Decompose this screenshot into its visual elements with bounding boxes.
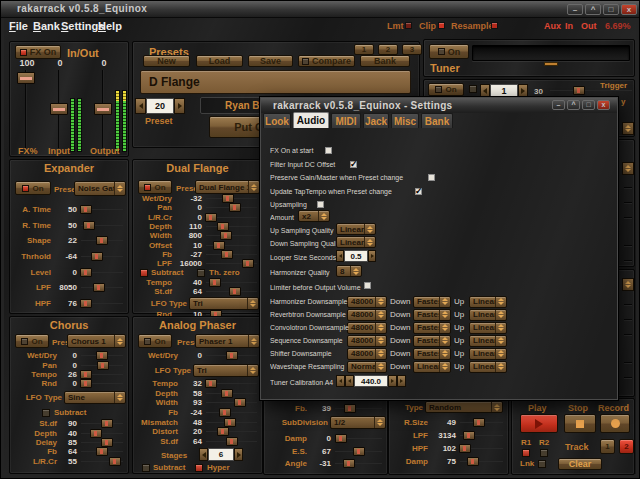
restore-button[interactable]: □ (582, 100, 595, 110)
close-button[interactable]: x (621, 4, 637, 15)
rate-dropdown[interactable]: 48000 (347, 348, 387, 360)
calibration-fast-up-button[interactable] (397, 375, 406, 387)
settings-checkbox-row[interactable]: Upsampling (270, 200, 435, 209)
param-slider[interactable] (206, 213, 257, 222)
fx-percent-slider[interactable] (17, 70, 35, 148)
rate-dropdown[interactable]: 48000 (347, 322, 387, 334)
subtract-checkbox[interactable] (140, 269, 148, 277)
param-slider[interactable] (206, 418, 257, 427)
clipped-control-fragment[interactable] (622, 162, 634, 175)
restore-button[interactable]: □ (603, 4, 619, 15)
stop-button[interactable] (564, 414, 596, 433)
tab-look[interactable]: Look (263, 113, 291, 128)
out-label[interactable]: Out (581, 21, 597, 31)
param-slider[interactable] (335, 459, 382, 468)
param-slider[interactable] (206, 194, 257, 203)
phaser-preset-dropdown[interactable]: Phaser 1 (195, 334, 260, 348)
new-button[interactable]: New (143, 55, 190, 67)
maximize-button[interactable]: ^ (567, 100, 580, 110)
up-quality-dropdown[interactable]: Linear (469, 322, 507, 334)
bank-slot-2-button[interactable]: 2 (378, 44, 398, 55)
param-slider[interactable] (460, 431, 503, 440)
param-slider[interactable] (81, 268, 123, 277)
param-slider[interactable] (206, 379, 257, 388)
lnk-checkbox[interactable] (538, 460, 546, 468)
param-slider[interactable] (81, 457, 123, 466)
down-quality-dropdown[interactable]: Linear (413, 361, 451, 373)
down-quality-dropdown[interactable]: Fastest (413, 335, 451, 347)
param-slider[interactable] (335, 404, 382, 413)
tab-misc[interactable]: Misc (391, 113, 419, 128)
calibration-up-button[interactable] (388, 375, 397, 387)
clipped-control-fragment[interactable] (622, 122, 634, 135)
tab-bank[interactable]: Bank (421, 113, 453, 128)
lfo-type-dropdown[interactable]: Tri (189, 297, 259, 310)
fx-on-button[interactable]: FX On (15, 45, 61, 59)
stages-down-button[interactable] (199, 448, 208, 461)
calibration-fast-down-button[interactable] (336, 375, 345, 387)
down-quality-dropdown[interactable]: Linear (336, 236, 376, 248)
track-2-button[interactable]: 2 (619, 439, 634, 454)
play-button[interactable] (520, 414, 558, 433)
param-slider[interactable] (81, 299, 123, 308)
param-slider[interactable] (206, 437, 257, 446)
save-button[interactable]: Save (248, 55, 293, 67)
preset-number-spinner[interactable]: 20 (135, 98, 185, 114)
expander-on-button[interactable]: On (15, 181, 51, 195)
record-button[interactable] (600, 414, 630, 433)
amount-dropdown[interactable]: x2 (298, 210, 330, 222)
settings-titlebar[interactable]: rakarrack v0.5.8_Equinox - Settings – ^ … (261, 98, 617, 113)
bank-slot-3-button[interactable]: 3 (402, 44, 422, 55)
param-slider[interactable] (206, 203, 257, 212)
stages-value[interactable]: 6 (208, 448, 234, 461)
looper-size-spinner[interactable]: 0.5 (336, 250, 376, 262)
minimize-button[interactable]: – (552, 100, 565, 110)
calibration-down-button[interactable] (345, 375, 354, 387)
bank-button[interactable]: Bank (360, 55, 410, 67)
subdivision-dropdown[interactable]: 1/2 (330, 416, 386, 429)
param-slider[interactable] (81, 419, 123, 428)
maximize-button[interactable]: ^ (585, 4, 601, 15)
previous-preset-button[interactable] (135, 98, 146, 114)
output-slider[interactable] (94, 70, 112, 148)
type-dropdown[interactable]: Random (425, 401, 503, 413)
r2-checkbox[interactable] (540, 449, 548, 457)
next-preset-button[interactable] (174, 98, 185, 114)
up-quality-dropdown[interactable]: Linear (469, 335, 507, 347)
stages-up-button[interactable] (234, 448, 243, 461)
param-slider[interactable] (460, 457, 503, 466)
hyper-checkbox[interactable] (195, 464, 203, 472)
chorus-on-button[interactable]: On (15, 334, 49, 348)
harmonizer-quality-dropdown[interactable]: 8 (336, 265, 362, 277)
preset-name-field[interactable]: D Flange (140, 70, 411, 94)
param-slider[interactable] (81, 351, 123, 360)
param-slider[interactable] (206, 241, 257, 250)
in-label[interactable]: In (565, 21, 573, 31)
lfo-type-dropdown[interactable]: Sine (64, 391, 126, 404)
r1-checkbox[interactable] (522, 449, 530, 457)
subtract-checkbox[interactable] (142, 464, 150, 472)
menu-bank[interactable]: Bank (33, 20, 60, 32)
calibration-value[interactable]: 440.0 (354, 375, 388, 387)
checkbox[interactable] (317, 201, 324, 208)
param-slider[interactable] (206, 259, 257, 268)
stages-spinner[interactable]: 6 (199, 448, 243, 461)
menu-help[interactable]: Help (98, 20, 122, 32)
settings-checkbox-row[interactable]: Update TapTempo when Preset change (270, 187, 435, 196)
rate-dropdown[interactable]: 48000 (347, 296, 387, 308)
checkbox[interactable] (415, 188, 422, 195)
lfo-type-dropdown[interactable]: Tri (193, 364, 259, 377)
up-quality-dropdown[interactable]: Linear (469, 348, 507, 360)
param-slider[interactable] (81, 205, 123, 214)
clear-button[interactable]: Clear (558, 458, 602, 470)
up-quality-dropdown[interactable]: Linear (469, 296, 507, 308)
compare-button[interactable]: Compare (298, 55, 355, 67)
down-quality-dropdown[interactable]: Fastest (413, 348, 451, 360)
param-slider[interactable] (81, 438, 123, 447)
param-slider[interactable] (206, 408, 257, 417)
param-slider[interactable] (335, 447, 382, 456)
preset-number-value[interactable]: 20 (146, 98, 174, 114)
tab-jack[interactable]: Jack (363, 113, 389, 128)
param-slider[interactable] (81, 221, 123, 230)
param-slider[interactable] (460, 418, 503, 427)
